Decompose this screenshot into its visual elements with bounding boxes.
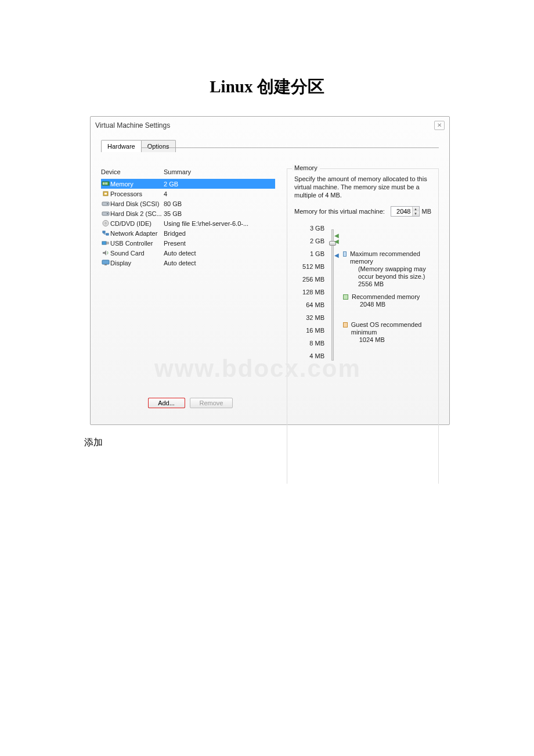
remove-button[interactable]: Remove: [190, 398, 233, 408]
device-name: USB Controller: [110, 240, 164, 247]
list-item[interactable]: Sound Card Auto detect: [101, 248, 275, 258]
device-list-panel: Device Summary Memory 2 GB Processors 4: [101, 168, 275, 484]
display-icon: [101, 260, 110, 266]
hdd-icon: [101, 210, 110, 217]
min-label: Guest OS recommended minimum: [351, 321, 422, 336]
close-icon[interactable]: ✕: [434, 121, 445, 130]
svg-rect-16: [102, 260, 109, 264]
scale-tick: 128 MB: [294, 289, 324, 301]
recommended-marker: Recommended memory 2048 MB: [343, 293, 420, 308]
usb-icon: [101, 240, 110, 246]
screenshot: Virtual Machine Settings ✕ Hardware Opti…: [84, 116, 450, 425]
tab-bar: Hardware Options: [91, 134, 449, 152]
svg-point-7: [107, 203, 108, 204]
svg-rect-8: [102, 212, 109, 215]
scale-tick: 3 GB: [294, 225, 324, 237]
scale-tick: 512 MB: [294, 263, 324, 276]
list-item[interactable]: CD/DVD (IDE) Using file E:\rhel-server-6…: [101, 218, 275, 228]
list-item[interactable]: Hard Disk 2 (SC... 35 GB: [101, 208, 275, 218]
titlebar: Virtual Machine Settings ✕: [91, 117, 449, 134]
list-item[interactable]: Memory 2 GB: [101, 179, 275, 189]
device-summary: Auto detect: [164, 260, 275, 267]
slider-track[interactable]: [331, 229, 334, 361]
scale-labels: 3 GB 2 GB 1 GB 512 MB 256 MB 128 MB 64 M…: [294, 225, 328, 365]
page-title: Linux 创建分区: [84, 75, 450, 99]
list-item[interactable]: Display Auto detect: [101, 258, 275, 268]
max-note: (Memory swapping may occur beyond this s…: [350, 265, 431, 280]
svg-rect-14: [102, 242, 106, 244]
dialog-window: Virtual Machine Settings ✕ Hardware Opti…: [90, 116, 450, 425]
memory-settings-panel: Memory Specify the amount of memory allo…: [275, 168, 439, 484]
rec-label: Recommended memory: [352, 293, 420, 300]
cd-icon: [101, 220, 110, 226]
scale-tick: 16 MB: [294, 327, 324, 340]
min-value: 1024 MB: [351, 336, 385, 344]
max-label: Maximum recommended memory: [350, 250, 420, 265]
device-name: Hard Disk (SCSI): [110, 200, 164, 207]
svg-point-11: [105, 222, 106, 224]
max-recommended-marker: Maximum recommended memory (Memory swapp…: [343, 250, 431, 288]
list-item[interactable]: USB Controller Present: [101, 238, 275, 248]
device-name: Processors: [110, 190, 164, 197]
unit-label: MB: [422, 208, 432, 215]
list-item[interactable]: Network Adapter Bridged: [101, 228, 275, 238]
square-icon: [343, 322, 348, 327]
scale-tick: 256 MB: [294, 276, 324, 289]
svg-rect-13: [106, 233, 109, 235]
scale-tick: 8 MB: [294, 340, 324, 352]
memory-icon: [101, 181, 110, 187]
add-button[interactable]: Add...: [148, 398, 185, 408]
device-summary: Using file E:\rhel-server-6.0-...: [164, 220, 275, 227]
tab-options[interactable]: Options: [141, 140, 176, 152]
min-marker: Guest OS recommended minimum 1024 MB: [343, 321, 431, 344]
scale-tick: 32 MB: [294, 314, 324, 327]
svg-rect-6: [102, 202, 109, 206]
device-name: Display: [110, 260, 164, 267]
rec-value: 2048 MB: [352, 301, 385, 308]
device-name: CD/DVD (IDE): [110, 220, 164, 227]
hdd-icon: [101, 200, 110, 207]
device-summary: Bridged: [164, 230, 275, 237]
column-header-summary: Summary: [164, 168, 275, 175]
device-summary: 2 GB: [164, 181, 275, 188]
svg-rect-3: [106, 182, 107, 185]
dialog-title: Virtual Machine Settings: [95, 121, 434, 129]
cpu-icon: [101, 190, 110, 197]
spinner-down-icon[interactable]: ▼: [412, 211, 419, 216]
device-name: Memory: [110, 181, 164, 188]
device-summary: 80 GB: [164, 200, 275, 207]
square-icon: [343, 251, 347, 257]
memory-value-input[interactable]: [391, 208, 412, 215]
allocation-label: Memory for this virtual machine:: [294, 208, 391, 215]
square-icon: [343, 294, 348, 300]
svg-point-9: [107, 213, 108, 214]
groupbox-label: Memory: [292, 164, 320, 171]
device-summary: 35 GB: [164, 210, 275, 217]
device-name: Sound Card: [110, 250, 164, 257]
svg-rect-5: [104, 193, 107, 195]
svg-rect-1: [103, 182, 104, 185]
svg-rect-2: [104, 182, 106, 185]
device-summary: Present: [164, 240, 275, 247]
svg-rect-17: [104, 264, 107, 265]
tab-hardware[interactable]: Hardware: [101, 140, 142, 152]
memory-groupbox: Memory Specify the amount of memory allo…: [287, 168, 439, 484]
scale-tick: 1 GB: [294, 250, 324, 263]
svg-rect-12: [103, 231, 105, 233]
device-summary: Auto detect: [164, 250, 275, 257]
device-name: Network Adapter: [110, 230, 164, 237]
list-item[interactable]: Hard Disk (SCSI) 80 GB: [101, 199, 275, 208]
column-header-device: Device: [101, 168, 164, 175]
device-name: Hard Disk 2 (SC...: [110, 210, 164, 217]
sound-icon: [101, 250, 110, 256]
network-icon: [101, 230, 110, 236]
max-value: 2556 MB: [350, 280, 384, 288]
memory-description: Specify the amount of memory allocated t…: [294, 175, 431, 199]
scale-tick: 4 MB: [294, 352, 324, 365]
memory-spinner[interactable]: ▲ ▼: [391, 206, 420, 217]
list-item[interactable]: Processors 4: [101, 189, 275, 199]
scale-tick: 64 MB: [294, 301, 324, 314]
scale-tick: 2 GB: [294, 237, 324, 250]
device-summary: 4: [164, 190, 275, 197]
spinner-up-icon[interactable]: ▲: [412, 207, 419, 211]
